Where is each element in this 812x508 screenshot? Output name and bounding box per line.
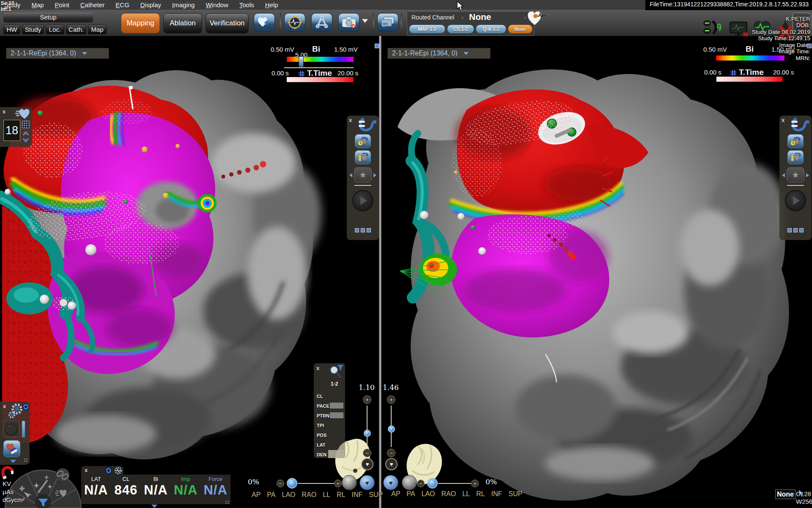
left-zoom-out-button[interactable]: − — [363, 449, 371, 457]
orient-rl[interactable]: RL — [476, 490, 485, 498]
right-fill-track[interactable] — [438, 483, 471, 484]
signal-row-cl[interactable]: CL — [317, 394, 323, 399]
orient-lao[interactable]: LAO — [282, 491, 296, 499]
signal-row-den[interactable]: DEN — [317, 452, 326, 457]
right-fill-minus-button[interactable]: − — [417, 480, 425, 487]
erase-tags-button[interactable] — [3, 440, 20, 457]
left-center-heart-button[interactable]: ♥ — [361, 458, 373, 470]
pace-value-box[interactable] — [330, 403, 343, 409]
next-favorite-icon[interactable] — [806, 173, 809, 177]
orient-ll[interactable]: LL — [462, 490, 470, 498]
routed-prev-arrow[interactable]: ‹ — [461, 14, 464, 21]
projection-grid-icon[interactable] — [299, 71, 304, 77]
right-zoom-out-button[interactable]: − — [387, 449, 395, 457]
orient-sup[interactable]: SUP — [369, 491, 383, 499]
right-3d-map-view[interactable] — [388, 36, 812, 508]
menu-catheter[interactable]: Catheter — [80, 1, 105, 8]
resize-grip[interactable] — [225, 500, 229, 505]
grid-view-icon[interactable] — [22, 121, 30, 128]
remap-button[interactable] — [355, 150, 371, 164]
right-zoom-in-button[interactable]: + — [387, 395, 395, 404]
favorite-view-button[interactable]: ★ — [354, 167, 372, 182]
signal-row-pace[interactable]: PACE — [317, 403, 329, 409]
layout-squares[interactable] — [355, 228, 371, 232]
right-fill-plus-button[interactable]: + — [471, 480, 479, 487]
left-zoom-handle[interactable] — [364, 430, 371, 437]
setup-loc-button[interactable]: Loc. — [46, 24, 64, 34]
left-window-control[interactable] — [375, 44, 379, 48]
channel-qa12-button[interactable]: Q-A 1-2 — [476, 25, 506, 33]
setup-map-button[interactable]: Map — [88, 24, 107, 34]
left-fill-handle[interactable] — [287, 478, 297, 489]
close-icon[interactable]: x — [3, 109, 5, 114]
left-zoom-track[interactable] — [367, 406, 368, 447]
redo-icon[interactable] — [22, 403, 30, 411]
orient-ap[interactable]: AP — [391, 490, 400, 498]
layout-squares[interactable] — [787, 228, 804, 232]
close-icon[interactable]: x — [3, 404, 6, 409]
left-heart-orientation-button[interactable]: ♥ — [359, 475, 375, 490]
remap-button[interactable] — [787, 150, 804, 164]
den-value-box[interactable] — [328, 450, 344, 458]
right-ttime-colorbar[interactable] — [716, 77, 782, 82]
close-icon[interactable]: x — [349, 118, 352, 123]
orient-rao[interactable]: RAO — [442, 490, 456, 498]
undo-map-button[interactable] — [355, 134, 371, 148]
favorite-view-button[interactable]: ★ — [787, 167, 804, 182]
next-favorite-icon[interactable] — [373, 173, 376, 177]
acquire-point-button[interactable] — [254, 13, 275, 32]
orient-ap[interactable]: AP — [252, 491, 261, 499]
orient-rao[interactable]: RAO — [302, 491, 317, 499]
left-fill-minus-button[interactable]: − — [277, 480, 284, 487]
resize-grip[interactable] — [24, 458, 28, 462]
left-zoom-in-button[interactable]: + — [363, 395, 371, 404]
signal-row-lat[interactable]: LAT — [317, 442, 326, 447]
orient-pa[interactable]: PA — [406, 490, 415, 498]
orient-ll[interactable]: LL — [323, 491, 330, 499]
tab-mapping[interactable]: Mapping — [121, 13, 160, 33]
routed-channel-value[interactable]: None — [469, 12, 491, 22]
left-fill-track[interactable] — [298, 483, 334, 484]
signal-row-tpi[interactable]: TPI — [317, 423, 324, 428]
right-zoom-handle[interactable] — [388, 425, 395, 433]
catheter-setup-button[interactable] — [311, 13, 332, 32]
prev-favorite-icon[interactable] — [349, 173, 352, 177]
orient-rl[interactable]: RL — [337, 491, 345, 499]
projection-grid-icon[interactable] — [730, 70, 736, 76]
channel-map12-button[interactable]: MAP 1-2 — [409, 25, 445, 33]
orient-inf[interactable]: INF — [351, 491, 362, 499]
channel-cs12-button[interactable]: CS 1-2 — [447, 25, 474, 33]
magnifier-filter-icon[interactable] — [328, 364, 344, 378]
menu-imaging[interactable]: Imaging — [172, 1, 195, 8]
location-setup-button[interactable] — [284, 13, 305, 32]
orient-lao[interactable]: LAO — [422, 490, 435, 498]
menu-help[interactable]: Help — [265, 1, 278, 8]
tag-size-slider[interactable] — [22, 421, 25, 438]
menu-display[interactable]: Display — [140, 1, 161, 8]
signal-row-ptrn[interactable]: PTRN — [317, 413, 329, 418]
screen-layout-button[interactable] — [377, 13, 398, 32]
viewport-divider[interactable] — [379, 36, 381, 508]
right-center-heart-button[interactable]: ♥ — [385, 458, 398, 470]
close-icon[interactable]: x — [85, 468, 88, 473]
close-icon[interactable]: x — [316, 366, 319, 371]
ptrn-value-box[interactable] — [330, 412, 343, 418]
expand-chevron-icon[interactable] — [10, 460, 16, 463]
tab-ablation[interactable]: Ablation — [163, 13, 202, 33]
right-sphere-view-button[interactable] — [402, 475, 417, 490]
tab-verification[interactable]: Verification — [206, 13, 249, 33]
right-heart-orientation-button[interactable]: ♥ — [383, 475, 398, 490]
snapshot-menu-chevron-icon[interactable] — [362, 19, 368, 23]
image-window-preset[interactable]: None — [775, 489, 796, 499]
left-fill-plus-button[interactable]: + — [334, 480, 342, 487]
left-sphere-view-button[interactable] — [342, 475, 357, 490]
setup-group-label[interactable]: Setup — [3, 12, 93, 22]
prev-favorite-icon[interactable] — [782, 173, 785, 177]
orient-sup[interactable]: SUP — [508, 490, 522, 498]
tag-shape-button[interactable] — [3, 421, 19, 437]
stepper-chevrons-icon[interactable] — [22, 131, 30, 144]
menu-tools[interactable]: Tools — [239, 1, 254, 8]
snapshot-button[interactable] — [338, 13, 359, 32]
right-fill-handle[interactable] — [427, 478, 438, 489]
menu-point[interactable]: Point — [55, 1, 69, 8]
